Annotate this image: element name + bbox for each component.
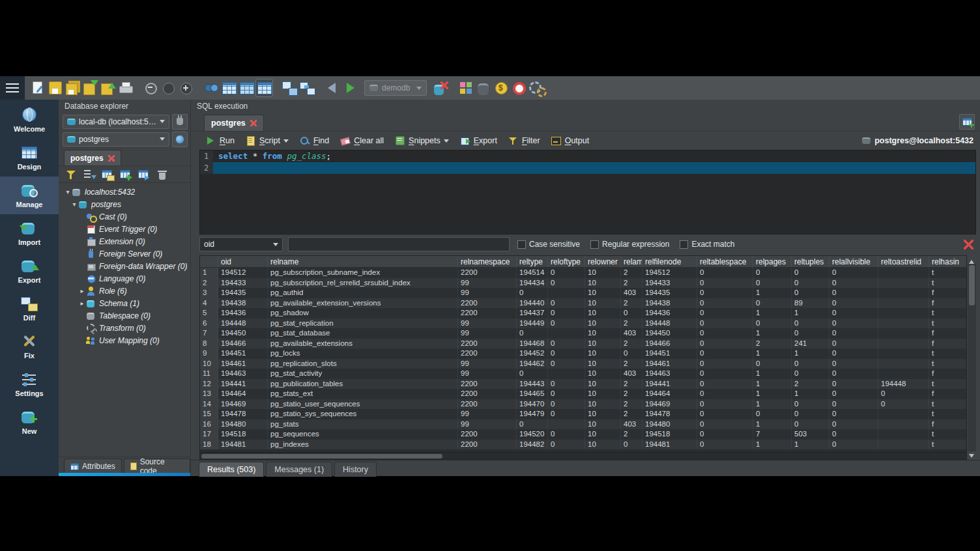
close-search-icon[interactable]: [964, 240, 973, 249]
database-select[interactable]: demodb: [364, 80, 427, 96]
menu-button[interactable]: [0, 76, 25, 100]
expand-icon[interactable]: [78, 297, 86, 309]
scrollbar-thumb[interactable]: [969, 265, 975, 305]
trash-icon[interactable]: [155, 167, 169, 182]
rail-item-export[interactable]: Export: [0, 252, 59, 290]
rail-item-diff[interactable]: Diff: [0, 290, 59, 328]
table-row[interactable]: 10194461pg_replication_slots991944620102…: [200, 359, 966, 369]
sql-editor[interactable]: 1select * from pg_class;2: [199, 150, 976, 234]
table-row[interactable]: 12194441pg_publication_tables22001944430…: [200, 379, 966, 389]
sort-icon[interactable]: [82, 167, 96, 182]
scroll-up-icon[interactable]: [968, 255, 976, 264]
table-row[interactable]: 15194478pg_statio_sys_sequences991944790…: [200, 409, 966, 419]
sql-tab-postgres[interactable]: postgres: [204, 115, 264, 131]
table-mail-icon[interactable]: [100, 167, 115, 182]
scrollbar-thumb[interactable]: [201, 454, 442, 459]
tab-messages[interactable]: Messages (1): [266, 462, 332, 477]
tree-item[interactable]: localhost:5432: [59, 186, 190, 198]
export-button[interactable]: Export: [454, 133, 502, 148]
tree-item[interactable]: Schema (1): [59, 297, 190, 309]
tree-item[interactable]: Cast (0): [59, 210, 190, 223]
nav-back-icon[interactable]: [324, 79, 341, 97]
connection-select[interactable]: local-db (localhost:5432): [63, 115, 169, 129]
nav-forward-icon[interactable]: [341, 79, 359, 97]
table-row[interactable]: 17194518pg_sequences22001945200102194518…: [200, 429, 966, 440]
table-row[interactable]: 5194436pg_shadow220019443701001944360110…: [200, 308, 966, 318]
new-tab-button[interactable]: [959, 114, 975, 130]
editor-line[interactable]: 1select * from pg_class;: [200, 150, 975, 162]
table-row[interactable]: 14194469pg_statio_user_sequences22001944…: [200, 399, 966, 410]
table-row[interactable]: 7194450pg_stat_database99010403194450010…: [200, 328, 966, 339]
zoom-in-icon[interactable]: [177, 79, 195, 97]
database-icon[interactable]: [475, 79, 493, 97]
scrollbar-track[interactable]: [968, 264, 976, 451]
tree-item[interactable]: Foreign Server (0): [59, 247, 190, 260]
connection-actions-button[interactable]: [172, 114, 188, 130]
zoom-reset-icon[interactable]: [160, 79, 177, 97]
disconnect-icon[interactable]: [432, 79, 450, 97]
column-header-relfilenode[interactable]: relfilenode: [642, 256, 697, 267]
table-row[interactable]: 18194481pg_indexes2200194482010019448101…: [200, 440, 966, 450]
search-column-select[interactable]: oid: [199, 237, 283, 251]
close-icon[interactable]: [250, 120, 257, 126]
tree-item[interactable]: Event Trigger (0): [59, 223, 190, 235]
tree-item[interactable]: Tablespace (0): [59, 309, 190, 322]
save-as-icon[interactable]: [64, 79, 81, 97]
column-header-relowner[interactable]: relowner: [585, 256, 621, 267]
table-row[interactable]: 2194433pg_subscription_rel_srrelid_srsub…: [200, 278, 966, 289]
column-header-relpages[interactable]: relpages: [753, 256, 792, 267]
join-tables-icon[interactable]: [281, 79, 298, 97]
billing-icon[interactable]: [493, 79, 510, 97]
table-add-icon[interactable]: [119, 167, 133, 182]
scroll-down-icon[interactable]: [968, 451, 976, 460]
export-file-icon[interactable]: [99, 79, 117, 97]
open-web-button[interactable]: [172, 132, 188, 147]
column-header-oid[interactable]: oid: [218, 256, 268, 267]
table-row[interactable]: 13194464pg_stats_ext22001944650102194464…: [200, 389, 966, 399]
table-row[interactable]: 8194466pg_available_extensions2200194468…: [200, 339, 966, 349]
import-file-icon[interactable]: [81, 79, 99, 97]
table-row[interactable]: 3194435pg_authid990104031944350100f: [200, 288, 966, 298]
collapse-icon[interactable]: [70, 198, 78, 210]
table-row[interactable]: 1194512pg_subscription_subname_index2200…: [200, 268, 966, 278]
theme-icon[interactable]: [457, 79, 475, 97]
tree-item[interactable]: postgres: [59, 198, 190, 210]
rail-item-new[interactable]: New: [0, 403, 59, 441]
checkbox-case-sensitive[interactable]: Case sensitive: [517, 240, 580, 249]
rail-item-manage[interactable]: Manage: [0, 177, 59, 214]
checkbox-exact-match[interactable]: Exact match: [680, 240, 734, 249]
column-header-relnamespace[interactable]: relnamespace: [458, 256, 517, 267]
column-header-reltype[interactable]: reltype: [517, 256, 548, 267]
database-select[interactable]: postgres: [63, 132, 169, 147]
collapse-icon[interactable]: [64, 186, 72, 198]
script-button[interactable]: Script: [240, 133, 294, 148]
zoom-out-icon[interactable]: [142, 79, 160, 97]
horizontal-scrollbar[interactable]: [200, 452, 966, 459]
vertical-scrollbar[interactable]: [968, 255, 976, 460]
plugins-icon[interactable]: [528, 79, 545, 97]
tree-item[interactable]: Role (6): [59, 285, 190, 297]
rail-item-design[interactable]: Design: [0, 139, 59, 177]
run-button[interactable]: Run: [200, 133, 240, 148]
table-refs-icon[interactable]: [298, 79, 316, 97]
column-header-relhasin[interactable]: relhasin: [929, 256, 967, 267]
explorer-tab-postgres[interactable]: postgres: [64, 150, 121, 165]
grid-search-input[interactable]: [288, 237, 510, 251]
checkbox-regular-expression[interactable]: Regular expression: [590, 240, 669, 249]
table-view-icon[interactable]: [220, 79, 238, 97]
rail-item-fix[interactable]: Fix: [0, 328, 59, 365]
snippets-button[interactable]: Snippets: [389, 133, 454, 148]
column-header-reltuples[interactable]: reltuples: [792, 256, 829, 267]
tab-source-code[interactable]: Source code: [124, 459, 190, 473]
table-struct-icon[interactable]: [238, 79, 255, 97]
expand-icon[interactable]: [78, 285, 86, 297]
editor-line[interactable]: 2: [200, 162, 975, 174]
table-row[interactable]: 6194448pg_stat_replication99194449010219…: [200, 318, 966, 329]
table-row[interactable]: 9194451pg_locks220019445201001944510110t: [200, 348, 966, 359]
table-export-icon[interactable]: [137, 167, 151, 182]
filter-icon[interactable]: [64, 167, 78, 182]
new-script-icon[interactable]: [29, 79, 46, 97]
tree-item[interactable]: Transform (0): [59, 322, 190, 334]
table-row[interactable]: 4194438pg_available_extension_versions22…: [200, 298, 966, 309]
find-button[interactable]: Find: [294, 133, 334, 148]
